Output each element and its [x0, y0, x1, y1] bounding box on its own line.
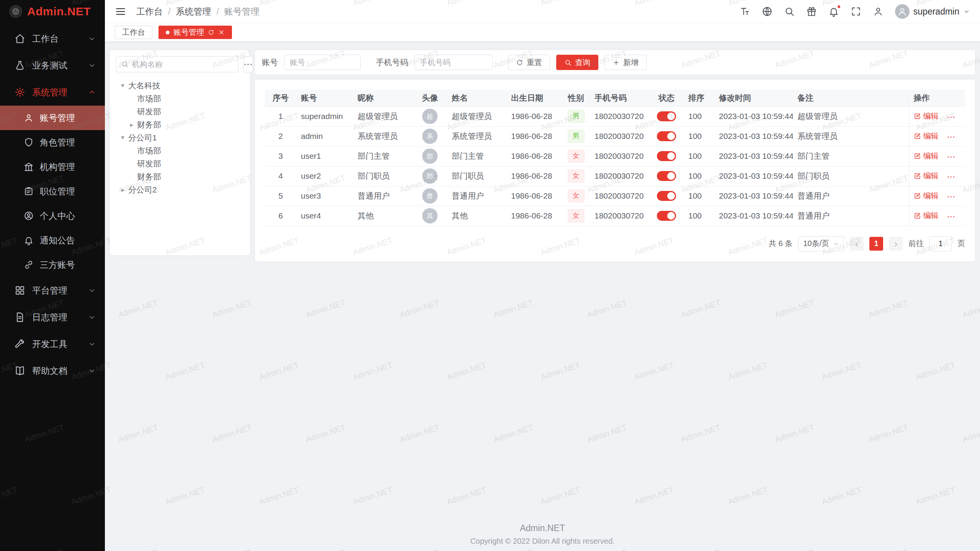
cell-modified-time: 2023-01-03 10:59:44 [714, 166, 793, 186]
gender-tag: 女 [568, 209, 585, 222]
sidebar-item-system-management[interactable]: 系统管理 [0, 79, 105, 106]
prev-page-button[interactable]: ‹ [850, 237, 864, 251]
page-size-select[interactable]: 10条/页 [798, 236, 844, 251]
close-icon[interactable] [218, 29, 225, 36]
sidebar-menu: 工作台 业务测试 系统管理 账号管理 角色管理 [0, 23, 105, 551]
tree-node[interactable]: ▸ 市场部 [116, 92, 244, 105]
sidebar-item-platform-management[interactable]: 平台管理 [0, 277, 105, 304]
notification-bell-icon[interactable] [828, 6, 839, 17]
badge-icon [24, 186, 34, 196]
sidebar-item-org-management[interactable]: 机构管理 [0, 155, 105, 179]
account-input[interactable] [284, 55, 361, 70]
font-size-icon[interactable] [740, 6, 750, 17]
sidebar-item-label: 平台管理 [32, 285, 88, 297]
edit-button[interactable]: 编辑 [914, 131, 939, 141]
language-globe-icon[interactable] [762, 6, 773, 17]
tree-node[interactable]: ▸ 大名科技 [116, 79, 244, 92]
status-toggle[interactable] [657, 131, 676, 141]
gender-tag: 女 [568, 170, 585, 182]
edit-button[interactable]: 编辑 [914, 171, 939, 181]
tree-caret-icon[interactable]: ▸ [119, 80, 127, 91]
sidebar-item-account-management[interactable]: 账号管理 [0, 106, 105, 130]
org-search-input[interactable] [132, 60, 234, 69]
tab-workbench[interactable]: 工作台 [115, 26, 152, 39]
next-page-button[interactable]: › [889, 237, 903, 251]
edit-label: 编辑 [923, 171, 939, 181]
edit-button[interactable]: 编辑 [914, 151, 939, 161]
status-toggle[interactable] [657, 151, 676, 161]
sidebar-item-role-management[interactable]: 角色管理 [0, 130, 105, 155]
bell-icon [24, 235, 34, 245]
table-row: 4 user2 部门职员 部 部门职员 1986-06-28 女 1802003… [265, 166, 965, 186]
sidebar-item-workbench[interactable]: 工作台 [0, 25, 105, 52]
tree-node[interactable]: ▸ 分公司1 [116, 131, 244, 144]
breadcrumb-item[interactable]: 系统管理 [176, 6, 211, 18]
sidebar-item-position-management[interactable]: 职位管理 [0, 179, 105, 204]
cell-order: 100 [684, 206, 714, 226]
more-actions-button[interactable]: ⋯ [947, 172, 956, 181]
sidebar-item-third-party-account[interactable]: 三方账号 [0, 253, 105, 277]
sidebar: Admin.NET 工作台 业务测试 系统管理 账号管理 [0, 0, 105, 551]
tree-caret-icon[interactable]: ▸ [119, 132, 127, 143]
org-search-box[interactable] [116, 56, 238, 72]
menu-collapse-icon[interactable] [115, 6, 126, 17]
more-actions-button[interactable]: ⋯ [947, 212, 956, 221]
refresh-icon[interactable] [208, 29, 214, 36]
chevron-up-icon [88, 88, 96, 96]
cell-index: 6 [265, 206, 296, 226]
status-toggle[interactable] [657, 171, 676, 181]
cell-remark: 部门职员 [793, 166, 909, 186]
column-header: 操作 [909, 90, 965, 106]
sidebar-item-log-management[interactable]: 日志管理 [0, 304, 105, 331]
page-number-active[interactable]: 1 [869, 237, 883, 251]
sidebar-item-business-test[interactable]: 业务测试 [0, 52, 105, 79]
sidebar-item-personal-center[interactable]: 个人中心 [0, 204, 105, 228]
accounts-table: 序号账号昵称头像姓名出生日期性别手机号码状态排序修改时间备注操作 1 super… [265, 90, 965, 226]
status-toggle[interactable] [657, 211, 676, 221]
sidebar-item-label: 帮助文档 [32, 365, 88, 377]
status-toggle[interactable] [657, 191, 676, 201]
user-menu[interactable]: superadmin [895, 4, 970, 19]
tree-node[interactable]: ▸ 财务部 [116, 118, 244, 131]
tree-more-button[interactable]: ⋯ [243, 56, 253, 72]
tree-caret-icon[interactable]: ▸ [118, 186, 128, 194]
sidebar-item-label: 账号管理 [40, 112, 105, 124]
tree-node-label: 研发部 [137, 106, 161, 117]
edit-button[interactable]: 编辑 [914, 191, 939, 201]
profile-icon[interactable] [873, 6, 884, 17]
breadcrumb-item[interactable]: 工作台 [136, 6, 163, 18]
search-button[interactable]: 查询 [556, 55, 598, 70]
edit-button[interactable]: 编辑 [914, 111, 939, 121]
cell-index: 2 [265, 126, 296, 146]
more-actions-button[interactable]: ⋯ [947, 112, 956, 122]
system-submenu: 账号管理 角色管理 机构管理 职位管理 个人中心 [0, 106, 105, 277]
cell-operations: 编辑 ⋯ [909, 146, 965, 166]
tree-node[interactable]: ▸ 研发部 [116, 105, 244, 118]
tree-node[interactable]: ▸ 研发部 [116, 157, 244, 170]
goto-page-input[interactable] [929, 236, 952, 251]
more-actions-button[interactable]: ⋯ [947, 132, 956, 142]
more-actions-button[interactable]: ⋯ [947, 152, 956, 161]
reset-button[interactable]: 重置 [508, 55, 550, 70]
sidebar-item-notice[interactable]: 通知公告 [0, 228, 105, 253]
gift-icon[interactable] [806, 6, 817, 17]
app-logo[interactable]: Admin.NET [0, 0, 105, 23]
tree-node[interactable]: ▸ 分公司2 [116, 183, 244, 196]
sidebar-item-label: 工作台 [32, 33, 88, 45]
status-toggle[interactable] [657, 111, 676, 121]
table-row: 5 user3 普通用户 普 普通用户 1986-06-28 女 1802003… [265, 186, 965, 206]
tab-account-management[interactable]: 账号管理 [158, 26, 232, 39]
search-icon[interactable] [784, 6, 795, 17]
more-actions-button[interactable]: ⋯ [947, 192, 956, 201]
tree-node[interactable]: ▸ 市场部 [116, 144, 244, 157]
tree-node-label: 大名科技 [128, 80, 160, 91]
tree-node[interactable]: ▸ 财务部 [116, 170, 244, 183]
edit-button[interactable]: 编辑 [914, 210, 939, 221]
phone-input[interactable] [414, 55, 493, 70]
search-label: 查询 [575, 57, 590, 68]
sidebar-item-help-docs[interactable]: 帮助文档 [0, 357, 105, 384]
sidebar-item-dev-tools[interactable]: 开发工具 [0, 331, 105, 357]
add-button[interactable]: 新增 [604, 55, 647, 70]
tree-caret-icon[interactable]: ▸ [126, 121, 137, 129]
fullscreen-icon[interactable] [851, 6, 861, 17]
